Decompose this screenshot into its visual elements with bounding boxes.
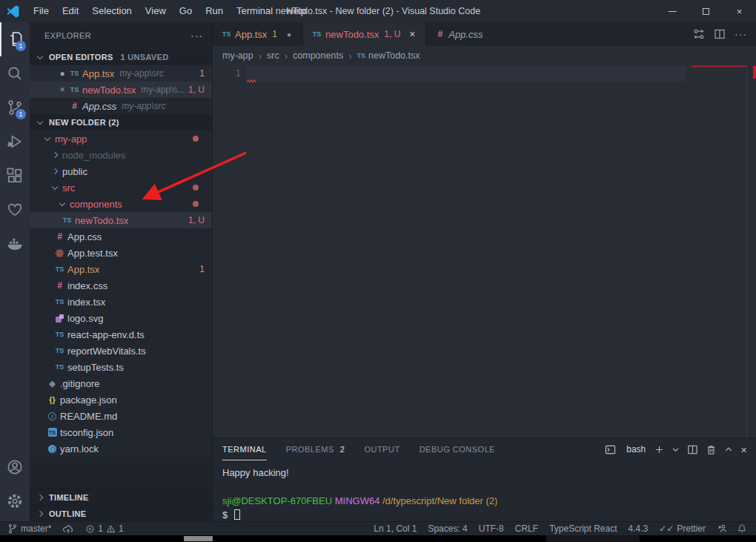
- file-readme-md[interactable]: i README.md: [30, 408, 212, 424]
- close-panel-icon[interactable]: ×: [740, 443, 747, 456]
- breadcrumb-my-app[interactable]: my-app: [222, 50, 253, 61]
- formatter-status[interactable]: ✓✓Prettier: [659, 523, 706, 534]
- menu-run[interactable]: Run: [199, 0, 230, 22]
- chevron-down-icon: [59, 199, 65, 205]
- code-editor[interactable]: 1: [213, 65, 756, 437]
- file-logo-svg[interactable]: logo.svg: [30, 310, 212, 326]
- file-app-test-tsx[interactable]: App.test.tsx: [30, 245, 212, 261]
- sidebar-header: EXPLORER ···: [30, 22, 212, 49]
- activity-extensions[interactable]: [0, 159, 30, 193]
- activity-docker-extension[interactable]: [0, 227, 30, 261]
- file-name: .gitignore: [60, 378, 99, 389]
- language-mode[interactable]: TypeScript React: [549, 523, 617, 534]
- ts-version[interactable]: 4.4.3: [629, 523, 649, 534]
- maximize-panel-icon[interactable]: [724, 445, 733, 454]
- trash-icon[interactable]: [706, 444, 717, 455]
- minimize-button[interactable]: [656, 0, 689, 22]
- activity-accounts[interactable]: [0, 450, 30, 484]
- folder-node-modules[interactable]: node_modules: [30, 147, 212, 163]
- git-file-icon: ◆: [46, 379, 59, 389]
- activity-search[interactable]: [0, 56, 30, 90]
- folder-my-app[interactable]: my-app: [30, 130, 212, 147]
- typescript-icon: TS: [53, 298, 66, 305]
- file-gitignore[interactable]: ◆ .gitignore: [30, 375, 212, 391]
- file-package-json[interactable]: {} package.json: [30, 391, 212, 408]
- git-branch-status[interactable]: master*: [7, 523, 51, 534]
- terminal-output[interactable]: Happy hacking! sji@DESKTOP-670FBEU MINGW…: [213, 460, 756, 522]
- menu-selection[interactable]: Selection: [85, 0, 138, 22]
- shell-selector[interactable]: bash: [626, 444, 646, 455]
- problems-status[interactable]: 1 1: [85, 523, 123, 534]
- menu-go[interactable]: Go: [173, 0, 199, 22]
- menu-terminal[interactable]: Terminal: [230, 0, 279, 22]
- file-yarn-lock[interactable]: yarn.lock: [30, 440, 212, 457]
- file-index-tsx[interactable]: TS index.tsx: [30, 294, 212, 310]
- tab-newtodo-tsx[interactable]: TS newTodo.tsx 1, U ×: [303, 22, 426, 46]
- notifications-button[interactable]: [737, 523, 747, 534]
- encoding[interactable]: UTF-8: [479, 523, 504, 534]
- file-app-tsx[interactable]: TS App.tsx 1: [30, 261, 212, 277]
- timeline-section[interactable]: TIMELINE: [30, 489, 212, 505]
- tab-app-css[interactable]: # App.css: [426, 22, 491, 46]
- maximize-button[interactable]: [689, 0, 723, 22]
- menu-view[interactable]: View: [139, 0, 173, 22]
- close-icon[interactable]: ×: [56, 85, 68, 95]
- file-index-css[interactable]: # index.css: [30, 277, 212, 294]
- split-terminal-icon[interactable]: [687, 444, 698, 455]
- eol-sequence[interactable]: CRLF: [515, 523, 538, 534]
- activity-source-control[interactable]: 1: [0, 90, 30, 125]
- menu-edit[interactable]: Edit: [56, 0, 85, 22]
- terminal-input-line[interactable]: $: [222, 508, 756, 522]
- close-button[interactable]: ×: [723, 0, 756, 22]
- editor-more-actions[interactable]: ···: [735, 28, 747, 40]
- open-changes-icon[interactable]: [693, 28, 705, 40]
- open-editors-label: OPEN EDITORS: [49, 53, 113, 62]
- file-report-web-vitals[interactable]: TS reportWebVitals.ts: [30, 343, 212, 359]
- explorer-more-actions[interactable]: ···: [190, 30, 203, 42]
- activity-heart-extension[interactable]: [0, 193, 30, 227]
- folder-src[interactable]: src: [30, 179, 212, 196]
- folder-public[interactable]: public: [30, 163, 212, 179]
- tab-app-tsx[interactable]: TS App.tsx 1 ●: [213, 22, 303, 46]
- open-editors-header[interactable]: OPEN EDITORS 1 UNSAVED: [30, 49, 212, 65]
- dirty-icon[interactable]: ●: [283, 30, 295, 39]
- open-editor-newtodo-tsx[interactable]: × TS newTodo.tsx my-app\s... 1, U: [30, 82, 212, 98]
- feedback-button[interactable]: [717, 523, 728, 534]
- tab-terminal[interactable]: TERMINAL: [222, 438, 267, 460]
- folder-components[interactable]: components: [30, 196, 212, 212]
- file-react-app-env[interactable]: TS react-app-env.d.ts: [30, 326, 212, 343]
- source-control-badge: 1: [16, 109, 26, 119]
- menu-file[interactable]: File: [27, 0, 56, 22]
- tree-section-header[interactable]: NEW FOLDER (2): [30, 114, 212, 130]
- breadcrumb-file[interactable]: newTodo.tsx: [368, 50, 420, 61]
- file-tsconfig-json[interactable]: TS tsconfig.json: [30, 424, 212, 440]
- open-editor-app-css[interactable]: # App.css my-app\src: [30, 98, 212, 114]
- indentation[interactable]: Spaces: 4: [428, 523, 467, 534]
- breadcrumb-src[interactable]: src: [267, 50, 279, 61]
- file-name: App.css: [82, 101, 116, 112]
- breadcrumb: my-app › src › components › TS newTodo.t…: [213, 46, 756, 65]
- file-newtodo-tsx[interactable]: TS newTodo.tsx 1, U: [30, 212, 212, 228]
- cursor-position[interactable]: Ln 1, Col 1: [374, 523, 417, 534]
- publish-changes-button[interactable]: [62, 523, 74, 535]
- tab-problems[interactable]: PROBLEMS2: [286, 438, 345, 460]
- file-app-css[interactable]: # App.css: [30, 228, 212, 245]
- chevron-down-icon[interactable]: [672, 446, 680, 454]
- tree-header-label: NEW FOLDER (2): [49, 118, 119, 127]
- activity-run-debug[interactable]: [0, 125, 30, 159]
- activity-settings[interactable]: [0, 484, 30, 518]
- split-editor-icon[interactable]: [714, 28, 726, 40]
- activity-explorer[interactable]: 1: [0, 22, 30, 56]
- outline-section[interactable]: OUTLINE: [30, 505, 212, 521]
- file-setup-tests[interactable]: TS setupTests.ts: [30, 359, 212, 375]
- close-icon[interactable]: ×: [406, 28, 418, 40]
- open-editor-app-tsx[interactable]: ● TS App.tsx my-app\src 1: [30, 65, 212, 82]
- typescript-icon: TS: [68, 86, 81, 93]
- new-terminal-icon[interactable]: [654, 445, 664, 455]
- chevron-separator-icon: ›: [348, 50, 351, 62]
- chevron-right-icon: [37, 494, 43, 500]
- breadcrumb-components[interactable]: components: [293, 50, 343, 61]
- tab-debug-console[interactable]: DEBUG CONSOLE: [420, 438, 495, 460]
- tab-output[interactable]: OUTPUT: [364, 438, 399, 460]
- react-test-icon: [53, 248, 66, 258]
